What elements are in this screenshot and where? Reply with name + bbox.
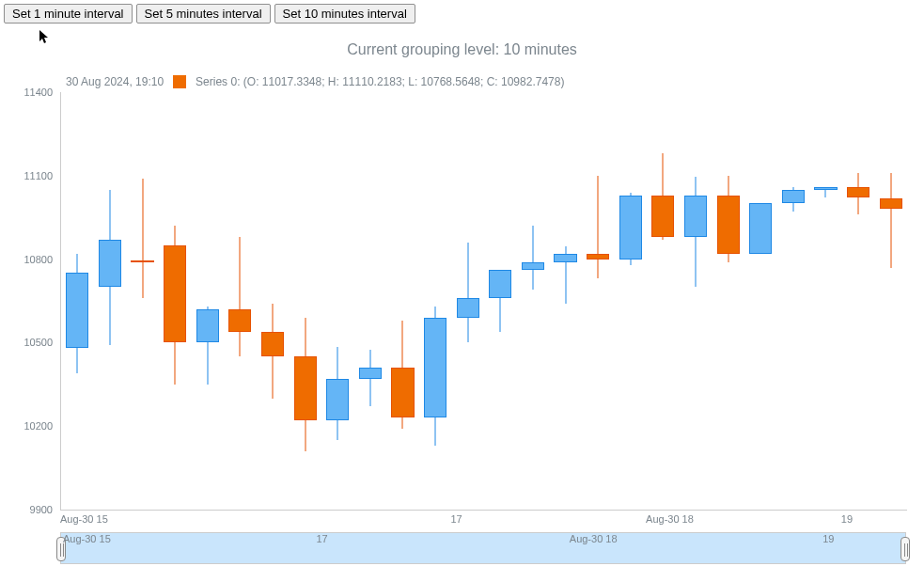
x-tick-label: 17 xyxy=(450,513,462,525)
candle[interactable] xyxy=(814,92,837,510)
set-10-minutes-button[interactable]: Set 10 minutes interval xyxy=(274,4,415,24)
scroller-tick-label: 19 xyxy=(821,533,834,544)
scroller-tick-label: Aug-30 15 xyxy=(61,533,111,544)
y-tick-label: 11100 xyxy=(0,170,56,181)
y-tick-label: 10800 xyxy=(0,254,56,265)
candle[interactable] xyxy=(717,92,740,510)
chart-legend: 30 Aug 2024, 19:10 Series 0: (O: 11017.3… xyxy=(66,75,564,88)
candle[interactable] xyxy=(554,92,576,510)
candle[interactable] xyxy=(847,92,869,510)
candle[interactable] xyxy=(66,92,88,510)
candle[interactable] xyxy=(782,92,805,510)
scroller-handle-right[interactable] xyxy=(901,537,910,561)
candle[interactable] xyxy=(587,92,609,510)
legend-swatch-series0 xyxy=(173,75,186,88)
set-1-minute-button[interactable]: Set 1 minute interval xyxy=(4,4,133,24)
candle[interactable] xyxy=(489,92,511,510)
candle[interactable] xyxy=(619,92,642,510)
scroller-tick-label: 17 xyxy=(314,533,327,544)
scroller-selection[interactable] xyxy=(61,533,905,563)
candle[interactable] xyxy=(326,92,349,510)
candle[interactable] xyxy=(359,92,382,510)
candle[interactable] xyxy=(99,92,121,510)
candle[interactable] xyxy=(131,92,153,510)
candle[interactable] xyxy=(749,92,772,510)
candle[interactable] xyxy=(391,92,414,510)
y-axis: 99001020010500108001110011400 xyxy=(0,92,56,510)
candle[interactable] xyxy=(196,92,219,510)
chart-plot-area[interactable] xyxy=(60,92,907,511)
candle[interactable] xyxy=(457,92,479,510)
scroller-tick-label: Aug-30 18 xyxy=(568,533,618,544)
y-tick-label: 10500 xyxy=(0,337,56,348)
candle[interactable] xyxy=(684,92,707,510)
x-tick-label: Aug-30 15 xyxy=(60,513,108,525)
candle[interactable] xyxy=(228,92,251,510)
candle[interactable] xyxy=(294,92,317,510)
set-5-minutes-button[interactable]: Set 5 minutes interval xyxy=(136,4,271,24)
x-tick-label: Aug-30 18 xyxy=(646,513,694,525)
interval-toolbar: Set 1 minute interval Set 5 minutes inte… xyxy=(4,4,415,24)
chart-scroller[interactable]: Aug-30 1517Aug-30 1819 xyxy=(60,532,906,564)
candle[interactable] xyxy=(651,92,674,510)
x-tick-label: 19 xyxy=(841,513,853,525)
candle[interactable] xyxy=(522,92,544,510)
candle[interactable] xyxy=(261,92,284,510)
candle[interactable] xyxy=(424,92,446,510)
x-axis: Aug-30 1517Aug-30 1819 xyxy=(60,513,906,530)
candle[interactable] xyxy=(880,92,902,510)
y-tick-label: 9900 xyxy=(0,504,56,515)
legend-series-text: Series 0: (O: 11017.3348; H: 11110.2183;… xyxy=(196,75,564,88)
candle[interactable] xyxy=(164,92,186,510)
y-tick-label: 11400 xyxy=(0,87,56,98)
y-tick-label: 10200 xyxy=(0,420,56,432)
chart-title: Current grouping level: 10 minutes xyxy=(0,41,924,58)
legend-timestamp: 30 Aug 2024, 19:10 xyxy=(66,75,164,88)
